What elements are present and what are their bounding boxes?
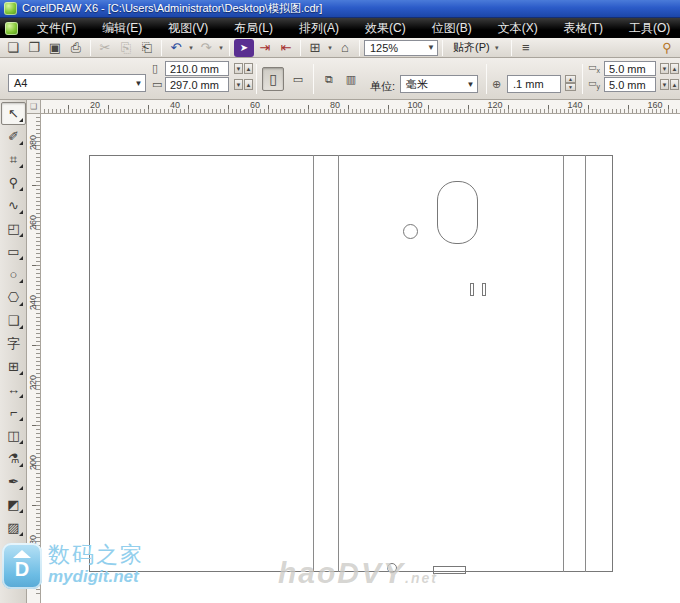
duplicate-x-spinner[interactable]: ▼ ▲	[660, 63, 679, 74]
spin-down-icon[interactable]: ▼	[660, 63, 669, 74]
outline-pen-tool[interactable]: ✒	[1, 470, 26, 493]
spin-down-icon[interactable]: ▼	[565, 83, 576, 91]
pick-tool[interactable]: ↖	[1, 102, 26, 125]
basic-shapes-tool[interactable]: ❑	[1, 309, 26, 332]
fold-line-3[interactable]	[563, 155, 564, 572]
menu-item-编辑[interactable]: 编辑(E)	[89, 18, 155, 38]
menu-item-排列[interactable]: 排列(A)	[286, 18, 352, 38]
duplicate-x-field[interactable]: 5.0 mm	[604, 61, 656, 76]
print-icon[interactable]: ⎙	[66, 39, 86, 57]
chevron-down-icon[interactable]: ▾	[217, 44, 225, 52]
corel-connect-icon[interactable]: ➤	[234, 39, 254, 57]
text-tool[interactable]: 字	[1, 332, 26, 355]
rectangle-tool[interactable]: ▭	[1, 240, 26, 263]
application-launcher-icon[interactable]: ⊞	[305, 39, 325, 57]
smart-fill-tool-icon: ◰	[7, 221, 19, 236]
options-icon[interactable]: ≡	[516, 39, 536, 57]
duplicate-y-spinner[interactable]: ▼ ▲	[660, 79, 679, 90]
import-icon[interactable]: ⇥	[255, 39, 275, 57]
all-pages-button[interactable]: ⧉	[318, 67, 340, 91]
nudge-field[interactable]: .1 mm	[507, 75, 561, 93]
paper-height-spinner[interactable]: ▼ ▲	[234, 79, 253, 90]
watermark-suffix: .net	[405, 570, 438, 586]
vertical-ruler[interactable]: 280260240220200180	[27, 114, 41, 603]
paper-size-select[interactable]: A4 ▼	[8, 74, 146, 92]
save-icon[interactable]: ▣	[45, 39, 65, 57]
fold-line-2[interactable]	[338, 155, 339, 572]
snap-to-button[interactable]: 贴齐(P)▾	[447, 39, 507, 57]
search-content-icon[interactable]: ⚲	[657, 39, 677, 57]
polygon-tool[interactable]: ⎔	[1, 286, 26, 309]
chevron-down-icon[interactable]: ▼	[132, 79, 145, 88]
connector-tool[interactable]: ⌐	[1, 401, 26, 424]
paste-icon[interactable]: ⎗	[137, 39, 157, 57]
slot-cutout-2[interactable]	[482, 283, 486, 296]
portrait-icon: ▯	[269, 71, 277, 87]
fold-line-1[interactable]	[313, 155, 314, 572]
color-eyedropper-tool[interactable]: ⚗	[1, 447, 26, 470]
fill-tool[interactable]: ◩	[1, 493, 26, 516]
export-icon[interactable]: ⇤	[276, 39, 296, 57]
fold-line-4[interactable]	[585, 155, 586, 572]
freehand-tool[interactable]: ∿	[1, 194, 26, 217]
table-tool[interactable]: ⊞	[1, 355, 26, 378]
hruler-label: 40	[170, 100, 180, 110]
menu-item-文本[interactable]: 文本(X)	[485, 18, 551, 38]
spin-up-icon[interactable]: ▲	[670, 63, 679, 74]
spin-up-icon[interactable]: ▲	[670, 79, 679, 90]
spin-down-icon[interactable]: ▼	[234, 79, 243, 90]
chevron-down-icon[interactable]: ▼	[464, 80, 477, 89]
crop-tool[interactable]: ⌗	[1, 148, 26, 171]
ruler-origin-corner[interactable]: ❏	[27, 100, 41, 114]
open-document-icon[interactable]: ❐	[24, 39, 44, 57]
slot-cutout-1[interactable]	[470, 283, 474, 296]
spin-up-icon[interactable]: ▲	[244, 63, 253, 74]
horizontal-ruler[interactable]: 20406080100120140160	[27, 100, 680, 114]
text-tool-icon: 字	[7, 335, 20, 353]
paper-width-spinner[interactable]: ▼ ▲	[234, 63, 253, 74]
blend-tool[interactable]: ◫	[1, 424, 26, 447]
menu-item-视图[interactable]: 视图(V)	[155, 18, 221, 38]
spin-down-icon[interactable]: ▼	[660, 79, 669, 90]
bottom-port[interactable]	[433, 566, 466, 574]
hruler-label: 120	[487, 100, 502, 110]
new-document-icon[interactable]: ❏	[3, 39, 23, 57]
menu-item-表格[interactable]: 表格(T)	[551, 18, 616, 38]
landscape-orientation-button[interactable]: ▭	[287, 67, 309, 91]
zoom-tool[interactable]: ⚲	[1, 171, 26, 194]
flash-cutout[interactable]	[403, 224, 418, 239]
units-select[interactable]: 毫米 ▼	[400, 75, 478, 93]
mydigit-watermark: D 数码之家 mydigit.net	[2, 543, 144, 589]
chevron-down-icon[interactable]: ▾	[326, 44, 334, 52]
chevron-down-icon[interactable]: ▾	[493, 44, 501, 52]
menu-item-位图[interactable]: 位图(B)	[419, 18, 485, 38]
shape-tool[interactable]: ✐	[1, 125, 26, 148]
case-outline[interactable]	[89, 155, 613, 572]
undo-icon[interactable]: ↶	[166, 39, 186, 57]
drawing-canvas[interactable]	[41, 114, 680, 603]
smart-fill-tool[interactable]: ◰	[1, 217, 26, 240]
chevron-down-icon[interactable]: ▾	[187, 44, 195, 52]
spin-up-icon[interactable]: ▲	[565, 75, 576, 83]
menu-item-文件[interactable]: 文件(F)	[24, 18, 89, 38]
nudge-spinner[interactable]: ▲ ▼	[565, 75, 576, 91]
paper-height-field[interactable]: 297.0 mm	[165, 77, 229, 92]
ellipse-tool[interactable]: ○	[1, 263, 26, 286]
current-page-button[interactable]: ▥	[340, 67, 362, 91]
vruler-label: 260	[28, 216, 38, 230]
paper-width-field[interactable]: 210.0 mm	[165, 61, 229, 76]
dimension-tool[interactable]: ↔	[1, 378, 26, 401]
duplicate-y-field[interactable]: 5.0 mm	[604, 77, 656, 92]
portrait-orientation-button[interactable]: ▯	[262, 67, 284, 91]
spin-down-icon[interactable]: ▼	[234, 63, 243, 74]
camera-cutout[interactable]	[437, 181, 478, 244]
interactive-fill-tool[interactable]: ▨	[1, 516, 26, 539]
welcome-screen-icon[interactable]: ⌂	[335, 39, 355, 57]
chevron-down-icon[interactable]: ▼	[421, 43, 435, 52]
zoom-level-combo[interactable]: 125%▼	[364, 40, 438, 56]
spin-up-icon[interactable]: ▲	[244, 79, 253, 90]
separator	[313, 64, 314, 94]
menu-item-布局[interactable]: 布局(L)	[221, 18, 286, 38]
menu-item-工具[interactable]: 工具(O)	[616, 18, 680, 38]
menu-item-效果[interactable]: 效果(C)	[352, 18, 419, 38]
